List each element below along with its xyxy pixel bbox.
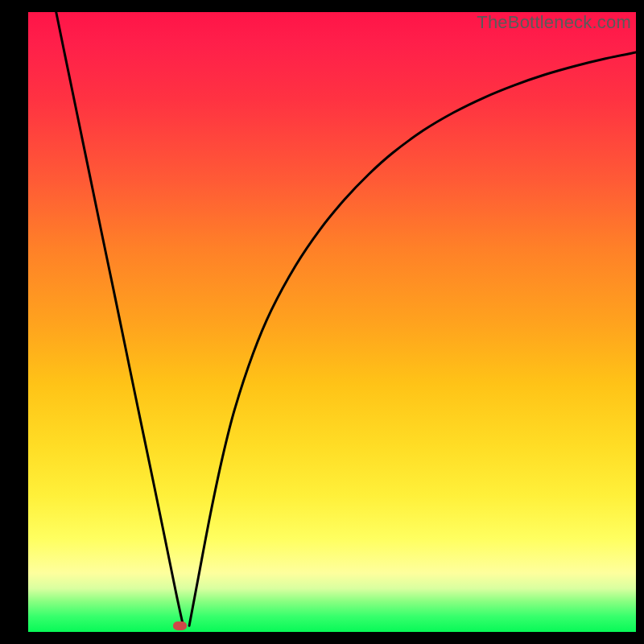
curve-left-branch bbox=[56, 12, 184, 625]
minimum-marker bbox=[173, 621, 187, 630]
watermark-text: TheBottleneck.com bbox=[477, 12, 631, 33]
curve-svg bbox=[28, 12, 636, 632]
chart-container: TheBottleneck.com bbox=[0, 0, 644, 644]
curve-right-branch bbox=[189, 52, 636, 625]
plot-area: TheBottleneck.com bbox=[28, 12, 636, 632]
